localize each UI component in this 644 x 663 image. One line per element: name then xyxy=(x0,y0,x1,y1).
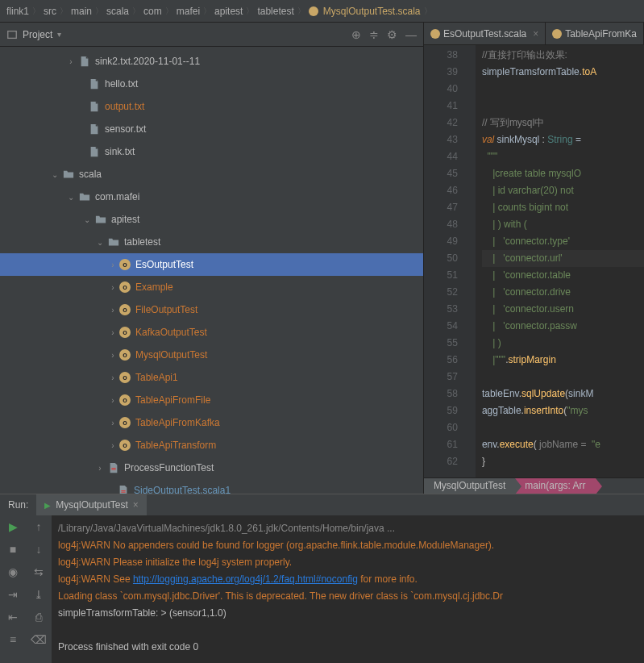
expand-arrow-icon[interactable]: › xyxy=(93,464,106,473)
scroll-icon[interactable]: ⤓ xyxy=(34,588,44,601)
code-line[interactable]: | ) xyxy=(482,335,644,352)
code-line[interactable] xyxy=(482,419,644,436)
console-link[interactable]: http://logging.apache.org/log4j/1.2/faq.… xyxy=(133,573,358,585)
expand-arrow-icon[interactable]: › xyxy=(106,373,119,382)
tree-item[interactable]: output.txt xyxy=(0,95,423,118)
tree-item[interactable]: SideOutputTest.scala1 xyxy=(0,479,423,494)
breadcrumb-item[interactable]: mafei xyxy=(177,6,200,17)
code-line[interactable]: val sinkMysql : String = xyxy=(482,131,644,148)
tree-item[interactable]: ›oFileOutputTest xyxy=(0,298,423,321)
code-line[interactable] xyxy=(482,81,644,98)
tree-item[interactable]: ⌄scala xyxy=(0,163,423,186)
stop-icon[interactable]: ■ xyxy=(10,543,16,556)
code-line[interactable]: | 'connector.type' xyxy=(482,233,644,250)
panel-title[interactable]: Project ▾ xyxy=(6,29,61,40)
breadcrumb-item[interactable]: apitest xyxy=(214,6,243,17)
breadcrumb-current[interactable]: MysqlOutputTest.scala xyxy=(323,6,421,17)
expand-arrow-icon[interactable]: ⌄ xyxy=(48,170,61,179)
tree-item[interactable]: ⌄com.mafei xyxy=(0,186,423,208)
code-line[interactable]: |create table mysqlO xyxy=(482,165,644,182)
breadcrumb-item[interactable]: com xyxy=(143,6,162,17)
target-icon[interactable]: ⊕ xyxy=(351,28,361,41)
breadcrumb-item[interactable]: scala xyxy=(106,6,129,17)
run-tab[interactable]: ▶ MysqlOutputTest × xyxy=(36,494,146,515)
code-line[interactable]: | 'connector.passw xyxy=(482,318,644,335)
code-line[interactable]: | ) with ( xyxy=(482,216,644,233)
code-editor[interactable]: 3839404142434445464748495051525354555657… xyxy=(424,45,644,477)
code-line[interactable]: | 'connector.drive xyxy=(482,284,644,301)
editor-tab[interactable]: TableApiFromKa xyxy=(546,23,644,44)
console-output[interactable]: /Library/Java/JavaVirtualMachines/jdk1.8… xyxy=(52,515,644,663)
expand-arrow-icon[interactable]: › xyxy=(64,57,77,66)
code-line[interactable]: | 'connector.usern xyxy=(482,301,644,318)
expand-arrow-icon[interactable]: › xyxy=(106,396,119,405)
close-icon[interactable]: × xyxy=(533,28,538,40)
collapse-icon[interactable]: ≑ xyxy=(369,28,379,41)
code-line[interactable]: // 写到mysql中 xyxy=(482,115,644,131)
trash-icon[interactable]: ≡ xyxy=(10,633,16,646)
clear-icon[interactable]: ⌫ xyxy=(31,633,47,646)
exit-icon[interactable]: ⇤ xyxy=(8,611,18,623)
camera-icon[interactable]: ◉ xyxy=(8,565,18,578)
tree-item[interactable]: ›sink2.txt.2020-11-01--11 xyxy=(0,50,423,73)
breadcrumb-item[interactable]: tabletest xyxy=(257,6,293,17)
tree-item[interactable]: ›oTableApiTransform xyxy=(0,434,423,457)
tree-item[interactable]: ⌄tabletest xyxy=(0,231,423,253)
code-area[interactable]: //直接打印输出效果:simpleTramsformTable.toA // 写… xyxy=(476,45,644,477)
breadcrumb-item[interactable]: flink1 xyxy=(6,6,29,17)
tree-item[interactable]: ›oKafkaOutputTest xyxy=(0,321,423,344)
minimize-icon[interactable]: — xyxy=(405,28,417,41)
expand-arrow-icon[interactable]: › xyxy=(106,441,119,450)
tree-item[interactable]: sensor.txt xyxy=(0,118,423,140)
breadcrumb-item[interactable]: main xyxy=(71,6,92,17)
editor-tab[interactable]: EsOutputTest.scala× xyxy=(424,23,546,44)
code-line[interactable]: | id varchar(20) not xyxy=(482,182,644,199)
line-number: 62 xyxy=(424,453,458,470)
code-line[interactable]: tableEnv.sqlUpdate(sinkM xyxy=(482,386,644,402)
tree-item[interactable]: ⌄apitest xyxy=(0,208,423,231)
code-line[interactable]: | 'connector.table xyxy=(482,267,644,284)
expand-arrow-icon[interactable]: › xyxy=(106,283,119,292)
code-line[interactable]: //直接打印输出效果: xyxy=(482,47,644,64)
tree-item[interactable]: sink.txt xyxy=(0,140,423,163)
code-line[interactable]: | counts bigint not xyxy=(482,199,644,216)
code-line[interactable]: env.execute( jobName = "e xyxy=(482,436,644,453)
expand-arrow-icon[interactable]: › xyxy=(106,351,119,360)
code-line[interactable]: """ xyxy=(482,148,644,165)
tree-item[interactable]: ›oMysqlOutputTest xyxy=(0,344,423,366)
tree-item[interactable]: ›oExample xyxy=(0,276,423,298)
expand-arrow-icon[interactable]: › xyxy=(106,328,119,337)
tree-item[interactable]: ›oTableApiFromKafka xyxy=(0,411,423,434)
expand-arrow-icon[interactable]: ⌄ xyxy=(64,193,77,202)
play-icon[interactable]: ▶ xyxy=(9,520,18,533)
project-tree[interactable]: ›sink2.txt.2020-11-01--11hello.txtoutput… xyxy=(0,47,423,494)
tree-item[interactable]: ›oTableApiFromFile xyxy=(0,389,423,411)
tree-item[interactable]: hello.txt xyxy=(0,73,423,95)
expand-arrow-icon[interactable]: ⌄ xyxy=(81,215,93,224)
expand-arrow-icon[interactable]: › xyxy=(106,306,119,315)
editor-crumb[interactable]: main(args: Arr xyxy=(515,478,595,494)
gear-icon[interactable]: ⚙ xyxy=(387,28,397,41)
close-icon[interactable]: × xyxy=(133,499,139,511)
up-icon[interactable]: ↑ xyxy=(36,520,42,533)
expand-arrow-icon[interactable]: › xyxy=(106,261,119,269)
down-icon[interactable]: ↓ xyxy=(36,543,42,556)
tree-item[interactable]: ›oTableApi1 xyxy=(0,366,423,389)
code-line[interactable]: } xyxy=(482,453,644,470)
code-line[interactable] xyxy=(482,369,644,386)
editor-crumb[interactable]: MysqlOutputTest xyxy=(424,478,515,494)
code-line[interactable]: aggTable.insertInto("mys xyxy=(482,402,644,419)
expand-arrow-icon[interactable]: › xyxy=(106,419,119,427)
layout-icon[interactable]: ⇥ xyxy=(8,588,18,601)
tree-item[interactable]: ›ProcessFunctionTest xyxy=(0,457,423,479)
print-icon[interactable]: ⎙ xyxy=(35,611,42,623)
tree-item[interactable]: ›oEsOutputTest xyxy=(0,253,423,276)
code-line[interactable] xyxy=(482,98,644,115)
code-line[interactable]: |""".stripMargin xyxy=(482,352,644,369)
breadcrumb-item[interactable]: src xyxy=(44,6,56,17)
code-line[interactable]: | 'connector.url' xyxy=(482,250,644,267)
code-line[interactable]: simpleTramsformTable.toA xyxy=(482,64,644,81)
wrap-icon[interactable]: ⇆ xyxy=(34,565,44,578)
expand-arrow-icon[interactable]: ⌄ xyxy=(93,238,106,247)
line-gutter: 3839404142434445464748495051525354555657… xyxy=(424,45,464,477)
